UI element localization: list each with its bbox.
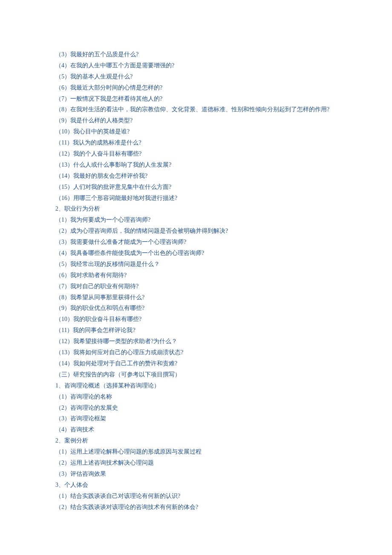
text-line: （6）我最近大部分时间的心情是怎样的? [55,82,337,93]
text-line: （5）我经常出现的反移情问题是什么？ [55,259,337,270]
text-line: （4）我具备哪些条件能使我成为一个出色的心理咨询师? [55,248,337,259]
text-line: （12）我的个人奋斗目标有哪些? [55,148,337,159]
text-line: （16）用哪三个形容词能最好地对我进行描述? [55,193,337,204]
section-heading: 1、咨询理论概述（选择某种咨询理论） [55,380,337,391]
text-line: （7）我对自己的职业有何期待? [55,281,337,292]
text-line: （8）在我对生活的看法中，我的宗教信仰、文化背景、道德标准、性别和性倾向分别起到… [55,104,337,115]
text-line: （8）我希望从同事那里获得什么? [55,292,337,303]
text-line: （5）我的基本人生观是什么? [55,71,337,82]
text-line: （2）成为心理咨询师后，我的情绪问题是否会被明确并得到解决? [55,225,337,237]
text-line: （1）咨询理论的名称 [55,391,337,402]
text-line: （15）人们对我的批评意见集中在什么方面? [55,182,337,193]
text-line: （3）我最好的五个品质是什么? [55,49,337,60]
text-line: （14）我如何处理对于自己工作的赞许和责难? [55,358,337,369]
document-content: （3）我最好的五个品质是什么? （4）在我的人生中哪五个方面是需要增强的? （5… [55,49,337,512]
text-line: （11）我认为的成熟标准是什么? [55,137,337,148]
text-line: （1）我为何要成为一个心理咨询师? [55,214,337,225]
text-line: （3）咨询理论框架 [55,413,337,424]
section-heading: 3、个人体会 [55,480,337,491]
text-line: （2）运用上述咨询技术解决心理问题 [55,457,337,468]
section-heading: 2、案例分析 [55,435,337,446]
text-line: （7）一般情况下我是怎样看待其他人的? [55,93,337,104]
text-line: （13）什么人或什么事影响了我的人生发展? [55,159,337,171]
section-heading: 2、职业行为分析 [55,203,337,214]
text-line: （6）我对求助者有何期待? [55,270,337,281]
text-line: （10）我的职业奋斗目标有哪些? [55,314,337,325]
text-line: （11）我的同事会怎样评论我? [55,325,337,336]
text-line: （3）我需要做什么准备才能成为一个心理咨询师? [55,237,337,248]
section-heading: （三）研究报告的内容（可参考以下项目撰写） [55,369,337,380]
text-line: （4）在我的人生中哪五个方面是需要增强的? [55,60,337,71]
text-line: （12）我希望接待哪一类型的求助者?为什么？ [55,336,337,347]
text-line: （9）我是什么样的人格类型? [55,115,337,126]
text-line: （2）咨询理论的发展史 [55,402,337,413]
text-line: （4）咨询技术 [55,424,337,435]
text-line: （10）我心目中的英雄是谁? [55,126,337,137]
text-line: （1）结合实践谈谈自己对该理论有何新的认识? [55,491,337,502]
text-line: （2）结合实践谈谈对该理论的咨询技术有何新的体会? [55,502,337,513]
text-line: （9）我的职业优点和弱点有哪些? [55,303,337,314]
text-line: （14）我最好的朋友会怎样评价我? [55,171,337,182]
text-line: （1）运用上述理论解释心理问题的形成原因与发展过程 [55,446,337,457]
text-line: （13）我将如何应对自己的心理压力或崩溃状态? [55,347,337,358]
text-line: （3）评估咨询效果 [55,468,337,480]
